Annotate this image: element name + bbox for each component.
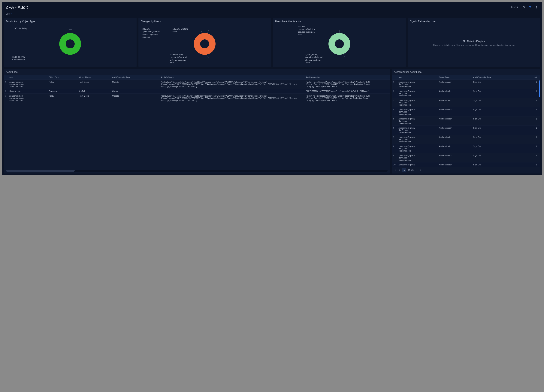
col-objecttype[interactable]: ObjectType xyxy=(47,75,78,80)
table-row[interactable]: 7zpaadmin@qhxta dahfj.zpa- customer.comA… xyxy=(392,135,540,144)
header: ZPA - Audit -24h xyxy=(2,2,542,11)
cell-auditoldvalue: {"policyType":"Access Policy","name":"Te… xyxy=(159,94,304,103)
no-data-subtitle: There is no data for your filter. You ca… xyxy=(433,44,515,46)
panel-title: Audit Logs xyxy=(4,70,390,75)
cell-objectname: Test Block xyxy=(78,80,111,89)
table-row[interactable]: 9zpaadmin@qhxta dahfj.zpa- customer.comA… xyxy=(392,153,540,162)
no-data: No Data to Display There is no data for … xyxy=(410,24,538,62)
table-row[interactable]: 8zpaadmin@qhxta dahfj.zpa- customer.comA… xyxy=(392,144,540,153)
table-row[interactable]: 5zpaadmin@qhxta dahfj.zpa- customer.comA… xyxy=(392,117,540,126)
svg-point-16 xyxy=(335,39,344,48)
table-row[interactable]: 10zpaadmin@qhxtaAuthenticationSign Out1 xyxy=(392,162,540,167)
panel-title: Users by Authentication xyxy=(275,20,403,23)
cell-objecttype: Policy xyxy=(47,94,78,103)
panel-audit-logs: Audit Logs user ObjectType ObjectName Au… xyxy=(4,69,390,174)
cell-objecttype: Authentication xyxy=(438,162,472,167)
table-row[interactable]: 1zpaadmin@qhxta dahfj.zpa- customer.comA… xyxy=(392,80,540,89)
table-scroll[interactable]: user ObjectType ObjectName AuditOperatio… xyxy=(4,75,390,169)
pager-of: of xyxy=(408,169,410,171)
svg-point-2 xyxy=(536,7,537,7)
cell-objecttype: Authentication xyxy=(438,135,472,144)
cell-count: 1 xyxy=(517,126,540,135)
cell-objecttype: Authentication xyxy=(438,107,472,117)
table-row[interactable]: 2System UserConnectortes2-1Create{"id":"… xyxy=(4,89,390,94)
cell-user: zpaadmin@qhxta dahfj.zpa- customer.com xyxy=(397,126,438,135)
donut-label-bottom: 1,499 (99.7%) zpaadmin@qhxtad ahfj.zpa-c… xyxy=(170,53,187,64)
cell-user: zpaadmin@qhxta xyxy=(397,162,438,167)
refresh-button[interactable] xyxy=(522,6,526,9)
cell-objectname: tes2-1 xyxy=(78,89,111,94)
cell-objecttype: Authentication xyxy=(438,89,472,98)
col-auditoldvalue[interactable]: AuditOldValue xyxy=(159,75,304,80)
more-menu-button[interactable] xyxy=(535,6,538,9)
cell-objecttype: Policy xyxy=(47,80,78,89)
filter-bar: User * xyxy=(2,11,542,18)
cell-user: zpaadmin@qhxta dahfj.zpa- customer.com xyxy=(397,153,438,162)
col-auditoptype[interactable]: AuditOperationType xyxy=(111,75,159,80)
vertical-scrollbar[interactable] xyxy=(539,81,540,165)
col-objecttype[interactable]: ObjectType xyxy=(438,75,472,80)
col-auditoptype[interactable]: AuditOperationType xyxy=(472,75,517,80)
row-index: 4 xyxy=(392,107,397,117)
clock-icon xyxy=(511,6,514,9)
cell-auditoptype: Sign Out xyxy=(472,89,517,98)
donut-label-bottom: 1,500 (99.8%) Authentication xyxy=(12,56,25,61)
cell-auditoptype: Sign Out xyxy=(472,135,517,144)
cell-count: 1 xyxy=(517,144,540,153)
pager-first[interactable]: « xyxy=(394,168,397,172)
table-row[interactable]: 2zpaadmin@qhxta dahfj.zpa- customer.comA… xyxy=(392,89,540,98)
cell-auditnewvalue: {"policyType":"Access Policy","name Bloc… xyxy=(304,80,390,89)
audit-logs-table: user ObjectType ObjectName AuditOperatio… xyxy=(4,75,390,103)
cell-user: zpaadmin@qhxta dahfj.zpa- customer.com xyxy=(397,135,438,144)
donut-chart: 2 (0.1%) zpaadmin@smmw mqnszx.zpa-custo … xyxy=(141,24,269,62)
table-row[interactable]: 1zpaadmin@sm mwmqnszx.zpa -customer.comP… xyxy=(4,80,390,89)
app-root: ZPA - Audit -24h User * Distribution xyxy=(2,2,542,175)
cell-auditoptype: Sign Out xyxy=(472,117,517,126)
cell-auditoldvalue: {"policyType":"Access Policy","name":"Te… xyxy=(159,80,304,89)
cell-user: zpaadmin@sm mwmqnszx.zpa -customer.com xyxy=(8,80,47,89)
time-range-selector[interactable]: -24h xyxy=(511,6,519,9)
svg-line-13 xyxy=(207,30,209,33)
row-index: 1 xyxy=(392,80,397,89)
col-count[interactable]: _count xyxy=(517,75,540,80)
table-row[interactable]: 3zpaadmin@sm mwmqnszx.zpa -customer.comP… xyxy=(4,94,390,103)
panel-changes-by-users: Changes by Users 2 (0.1%) zpaadmin@smmw … xyxy=(138,18,271,67)
filter-user[interactable]: User * xyxy=(6,12,30,16)
col-objectname[interactable]: ObjectName xyxy=(78,75,111,80)
cell-count: 1 xyxy=(517,89,540,98)
cell-auditoldvalue xyxy=(159,89,304,94)
cell-auditoptype: Create xyxy=(111,89,159,94)
col-user[interactable]: user xyxy=(8,75,47,80)
svg-line-12 xyxy=(201,30,202,33)
table-scroll[interactable]: user ObjectType AuditOperationType _coun… xyxy=(392,75,540,167)
panel-title: Changes by Users xyxy=(141,20,269,23)
cell-objecttype: Connector xyxy=(47,89,78,94)
svg-point-11 xyxy=(200,39,209,48)
cell-user: zpaadmin@qhxta dahfj.zpa- customer.com xyxy=(397,80,438,89)
scrollbar-thumb[interactable] xyxy=(539,81,540,97)
pager-next[interactable]: › xyxy=(415,168,417,172)
pager-prev[interactable]: ‹ xyxy=(398,168,401,172)
col-user[interactable]: user xyxy=(397,75,438,80)
cell-count: 1 xyxy=(517,117,540,126)
col-auditnewvalue[interactable]: AuditNewValue xyxy=(304,75,390,80)
pager-last[interactable]: » xyxy=(419,168,422,172)
cell-user: zpaadmin@qhxta dahfj.zpa- customer.com xyxy=(397,98,438,107)
table-row[interactable]: 6zpaadmin@qhxta dahfj.zpa- customer.comA… xyxy=(392,126,540,135)
row-index: 7 xyxy=(392,135,397,144)
donut-label-top-right: 1 (0.1%) System User xyxy=(173,28,188,33)
scrollbar-thumb[interactable] xyxy=(6,170,75,172)
pager-current[interactable]: 1 xyxy=(402,168,406,172)
table-row[interactable]: 4zpaadmin@qhxta dahfj.zpa- customer.comA… xyxy=(392,107,540,117)
cell-auditoptype: Sign Out xyxy=(472,153,517,162)
table-row[interactable]: 3zpaadmin@qhxta dahfj.zpa- customer.comA… xyxy=(392,98,540,107)
panel-authentication-audit-logs: Authentication Audit Logs user ObjectTyp… xyxy=(392,69,540,174)
cell-auditnewvalue: {"id":"16217661327758208","name" 1","fin… xyxy=(304,89,390,94)
svg-point-5 xyxy=(66,39,75,48)
row-index: 6 xyxy=(392,126,397,135)
page-title: ZPA - Audit xyxy=(6,5,28,10)
table-header-row: user ObjectType AuditOperationType _coun… xyxy=(392,75,540,80)
cell-count: 1 xyxy=(517,80,540,89)
horizontal-scrollbar[interactable] xyxy=(6,170,388,172)
filter-button[interactable] xyxy=(528,6,532,9)
